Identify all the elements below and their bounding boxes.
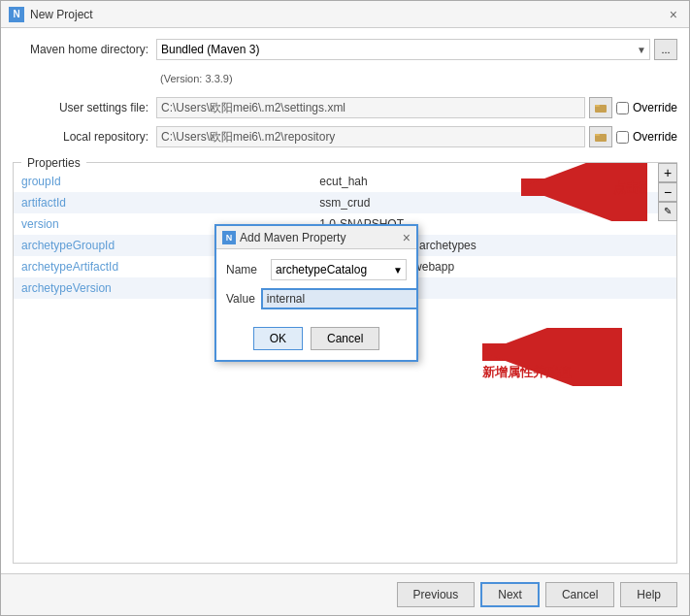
properties-group: Properties + − ✎ groupIdecut_hahartifact… bbox=[13, 162, 677, 564]
property-value: ecut_hah bbox=[312, 171, 676, 192]
modal-title-text: Add Maven Property bbox=[240, 231, 345, 244]
next-button[interactable]: Next bbox=[480, 582, 540, 607]
maven-home-label: Maven home directory: bbox=[13, 43, 148, 56]
local-repo-override-label: Override bbox=[633, 130, 677, 144]
main-window: N New Project × Maven home directory: Bu… bbox=[0, 0, 690, 616]
maven-home-select[interactable]: Bundled (Maven 3) bbox=[156, 39, 650, 60]
window-title: New Project bbox=[30, 8, 93, 21]
local-repo-input[interactable] bbox=[156, 126, 585, 147]
user-settings-override-label: Override bbox=[633, 101, 677, 114]
modal-name-row: Name archetypeCatalog ▼ bbox=[226, 259, 407, 280]
user-settings-override-wrap: Override bbox=[616, 101, 677, 114]
svg-rect-1 bbox=[595, 105, 600, 107]
footer: Previous Next Cancel Help bbox=[1, 573, 689, 615]
title-bar-left: N New Project bbox=[9, 7, 93, 22]
maven-home-control: Bundled (Maven 3) ▼ ... bbox=[156, 39, 677, 60]
maven-home-select-wrap: Bundled (Maven 3) ▼ bbox=[156, 39, 650, 60]
modal-title-left: N Add Maven Property bbox=[222, 231, 345, 244]
modal-value-input[interactable] bbox=[261, 288, 418, 309]
property-key: artifactId bbox=[14, 192, 312, 213]
local-repo-label: Local repository: bbox=[13, 130, 148, 144]
modal-name-label: Name bbox=[226, 263, 265, 276]
local-repo-override-checkbox[interactable] bbox=[616, 131, 629, 144]
svg-rect-3 bbox=[595, 134, 600, 136]
modal-window-icon: N bbox=[222, 231, 236, 244]
help-button[interactable]: Help bbox=[620, 582, 677, 607]
modal-body: Name archetypeCatalog ▼ Value bbox=[216, 249, 416, 327]
modal-close-button[interactable]: × bbox=[403, 230, 411, 245]
previous-button[interactable]: Previous bbox=[397, 582, 476, 607]
add-maven-property-dialog: N Add Maven Property × Name archetypeCat… bbox=[214, 224, 418, 362]
properties-legend: Properties bbox=[21, 154, 86, 172]
user-settings-override-checkbox[interactable] bbox=[616, 102, 629, 114]
modal-value-label: Value bbox=[226, 292, 255, 306]
user-settings-label: User settings file: bbox=[13, 101, 148, 114]
window-icon: N bbox=[9, 7, 24, 22]
maven-home-row: Maven home directory: Bundled (Maven 3) … bbox=[13, 38, 677, 61]
user-settings-control: Override bbox=[156, 97, 677, 118]
property-buttons: + − ✎ bbox=[658, 163, 677, 221]
close-button[interactable]: × bbox=[666, 5, 681, 24]
property-value: ssm_crud bbox=[312, 192, 676, 213]
annotation-arrow-2: 新增属性并赋值 bbox=[453, 328, 647, 386]
local-repo-control: Override bbox=[156, 126, 677, 147]
folder-icon bbox=[595, 131, 607, 143]
maven-home-browse-button[interactable]: ... bbox=[654, 39, 677, 60]
modal-name-select-wrap: archetypeCatalog ▼ bbox=[271, 259, 407, 280]
modal-footer: OK Cancel bbox=[216, 327, 416, 360]
add-property-button[interactable]: + bbox=[658, 163, 677, 182]
modal-value-row: Value bbox=[226, 288, 407, 309]
cancel-button[interactable]: Cancel bbox=[545, 582, 614, 607]
modal-title-bar: N Add Maven Property × bbox=[216, 226, 416, 249]
user-settings-row: User settings file: Override bbox=[13, 96, 677, 119]
local-repo-row: Local repository: Override bbox=[13, 125, 677, 148]
modal-ok-button[interactable]: OK bbox=[253, 327, 303, 350]
version-row: (Version: 3.3.9) bbox=[13, 67, 677, 90]
user-settings-input[interactable] bbox=[156, 97, 585, 118]
modal-name-select[interactable]: archetypeCatalog bbox=[271, 259, 407, 280]
remove-property-button[interactable]: − bbox=[658, 182, 677, 202]
local-repo-override-wrap: Override bbox=[616, 130, 677, 144]
maven-version-text: (Version: 3.3.9) bbox=[156, 73, 233, 84]
table-row[interactable]: groupIdecut_hah bbox=[14, 171, 676, 192]
property-key: groupId bbox=[14, 171, 312, 192]
local-repo-browse-button[interactable] bbox=[589, 126, 612, 147]
title-bar: N New Project × bbox=[1, 1, 689, 28]
svg-text:新增属性并赋值: 新增属性并赋值 bbox=[482, 365, 572, 379]
folder-icon bbox=[595, 102, 607, 113]
table-row[interactable]: artifactIdssm_crud bbox=[14, 192, 676, 213]
edit-property-button[interactable]: ✎ bbox=[658, 202, 677, 221]
modal-cancel-button[interactable]: Cancel bbox=[311, 327, 379, 350]
user-settings-browse-button[interactable] bbox=[589, 97, 612, 118]
